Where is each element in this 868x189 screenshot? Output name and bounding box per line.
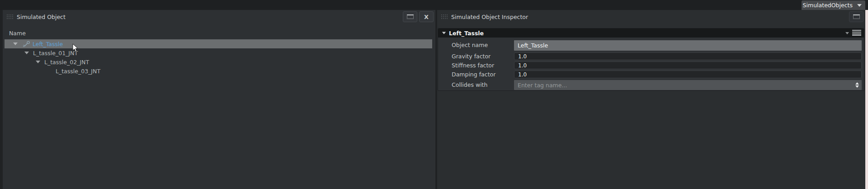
section-header[interactable]: Left_Tassle: [438, 28, 864, 38]
chevron-down-icon: [857, 4, 862, 7]
tree-column-header: Name: [3, 24, 435, 39]
triangle-down-icon: [13, 43, 18, 45]
damping-factor-label: Damping factor: [452, 71, 495, 78]
stepper-icon[interactable]: [855, 82, 859, 88]
collapse-triangle-icon[interactable]: [442, 32, 446, 34]
triangle-down-icon: [24, 52, 29, 54]
right-edge-strip: [865, 10, 868, 189]
tree-item-label: L_tassle_02_JNT: [44, 59, 89, 66]
inspector-titlebar[interactable]: Simulated Object Inspector: [437, 10, 865, 24]
maximize-button[interactable]: [403, 11, 417, 22]
close-button[interactable]: X: [419, 11, 434, 22]
drag-handle-icon[interactable]: [441, 14, 448, 20]
close-icon: X: [424, 14, 429, 20]
object-name-label: Object name: [452, 42, 488, 48]
tree-row-left-tassle[interactable]: Left_Tassle: [5, 39, 432, 48]
gravity-factor-input[interactable]: [514, 52, 862, 60]
damping-factor-input[interactable]: [514, 71, 862, 78]
drag-handle-icon[interactable]: [6, 14, 14, 20]
section-title: Left_Tassle: [449, 30, 484, 37]
simulated-object-panel: Simulated Object X Name Left_Tassle: [3, 10, 435, 189]
top-bar: [0, 0, 868, 10]
menu-icon[interactable]: [852, 30, 861, 36]
combo-placeholder: Enter tag name...: [518, 82, 855, 89]
triangle-down-icon: [36, 61, 40, 63]
workspace-selector-label: SimulatedObjects: [803, 2, 853, 9]
maximize-icon: [853, 14, 860, 19]
simulated-object-titlebar[interactable]: Simulated Object X: [3, 10, 435, 24]
collides-with-label: Collides with: [452, 81, 487, 88]
collides-with-combo[interactable]: Enter tag name...: [514, 80, 862, 90]
expander-toggle[interactable]: [33, 61, 43, 63]
object-tree: Left_Tassle L_tassle_01_JNT L_tassle_02_…: [3, 39, 435, 76]
tree-item-label: L_tassle_01_JNT: [33, 50, 78, 57]
tree-row-l-tassle-01[interactable]: L_tassle_01_JNT: [5, 48, 432, 57]
maximize-icon: [407, 14, 414, 19]
workspace-selector[interactable]: SimulatedObjects: [802, 0, 865, 10]
expander-toggle[interactable]: [10, 43, 21, 45]
expander-toggle[interactable]: [21, 52, 32, 54]
tree-row-l-tassle-02[interactable]: L_tassle_02_JNT: [5, 57, 432, 66]
tree-item-label: L_tassle_03_JNT: [56, 68, 100, 75]
panel-title: Simulated Object Inspector: [451, 14, 528, 20]
panel-title: Simulated Object: [17, 14, 66, 20]
stiffness-factor-input[interactable]: [514, 61, 862, 69]
inspector-panel: Simulated Object Inspector Left_Tassle O…: [437, 10, 865, 189]
object-section: Left_Tassle Object name Gravity factor S…: [438, 28, 864, 91]
section-caret-icon[interactable]: [845, 32, 849, 34]
maximize-button[interactable]: [849, 11, 863, 22]
gravity-factor-label: Gravity factor: [452, 53, 491, 60]
tree-item-label: Left_Tassle: [33, 41, 63, 47]
joint-icon: [21, 41, 32, 47]
object-name-input[interactable]: [514, 40, 862, 51]
tree-row-l-tassle-03[interactable]: L_tassle_03_JNT: [5, 66, 432, 76]
stiffness-factor-label: Stiffness factor: [452, 62, 494, 69]
